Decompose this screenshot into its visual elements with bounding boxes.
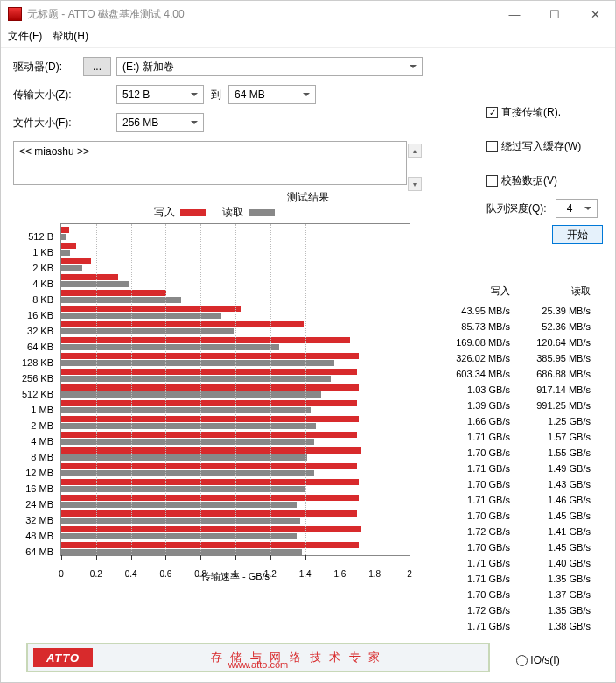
- write-bar: [61, 337, 350, 343]
- ios-label: IO/s(I): [530, 654, 559, 666]
- table-row: 1.70 GB/s1.43 GB/s: [430, 476, 591, 492]
- transfer-size-from-select[interactable]: 512 B: [116, 85, 204, 104]
- write-bar: [61, 290, 166, 296]
- write-bar: [61, 306, 241, 312]
- start-button[interactable]: 开始: [552, 225, 603, 244]
- write-cell: 1.70 GB/s: [430, 476, 510, 492]
- close-button[interactable]: ✕: [575, 1, 615, 27]
- read-cell: 385.95 MB/s: [510, 350, 591, 366]
- bar-chart: 00.20.40.60.811.21.41.61.82 传输速率 - GB/s: [60, 223, 410, 556]
- write-cell: 1.70 GB/s: [430, 539, 510, 555]
- table-row: 169.08 MB/s120.64 MB/s: [430, 334, 591, 350]
- transfer-size-to-select[interactable]: 64 MB: [228, 85, 316, 104]
- write-cell: 1.72 GB/s: [430, 524, 510, 539]
- write-bar: [61, 432, 357, 438]
- table-row: 1.03 GB/s917.14 MB/s: [430, 382, 591, 398]
- read-swatch-icon: [248, 209, 275, 216]
- bypass-cache-checkbox[interactable]: 绕过写入缓存(W): [486, 139, 581, 154]
- drive-select[interactable]: (E:) 新加卷: [116, 57, 423, 76]
- menu-help[interactable]: 帮助(H): [52, 29, 88, 44]
- queue-depth-label: 队列深度(Q):: [486, 201, 547, 216]
- write-bar: [61, 274, 118, 280]
- table-row: 1.39 GB/s991.25 MB/s: [430, 398, 591, 413]
- y-tick-label: 64 KB: [13, 339, 57, 355]
- table-row: 326.02 MB/s385.95 MB/s: [430, 350, 591, 366]
- queue-depth-select[interactable]: 4: [556, 199, 598, 218]
- to-label: 到: [204, 88, 228, 102]
- write-cell: 169.08 MB/s: [430, 334, 510, 350]
- table-row: 1.70 GB/s1.37 GB/s: [430, 587, 591, 602]
- checkbox-icon: ✓: [486, 107, 498, 118]
- read-cell: 25.39 MB/s: [510, 303, 591, 319]
- description-box[interactable]: << miaoshu >> ▴ ▾: [13, 141, 407, 185]
- y-axis-labels: 512 B1 KB2 KB4 KB8 KB16 KB32 KB64 KB128 …: [13, 223, 57, 560]
- tsize-from-value: 512 B: [122, 88, 150, 101]
- legend-write-label: 写入: [154, 205, 175, 220]
- table-row: 1.72 GB/s1.41 GB/s: [430, 524, 591, 539]
- chart-legend: 写入 读取: [13, 205, 416, 220]
- write-bar: [61, 542, 359, 548]
- read-bar: [61, 265, 82, 271]
- read-cell: 991.25 MB/s: [510, 398, 591, 413]
- y-tick-label: 1 KB: [13, 244, 57, 260]
- footer-url: www.atto.com: [228, 659, 288, 670]
- bypass-cache-label: 绕过写入缓存(W): [501, 139, 581, 154]
- read-bar: [61, 407, 311, 413]
- read-cell: 1.38 GB/s: [510, 618, 591, 634]
- read-column-header: 读取: [510, 285, 591, 298]
- write-cell: 1.66 GB/s: [430, 413, 510, 429]
- write-cell: 1.71 GB/s: [430, 429, 510, 445]
- verify-checkbox[interactable]: 校验数据(V): [486, 173, 581, 188]
- table-row: 85.73 MB/s52.36 MB/s: [430, 319, 591, 334]
- y-tick-label: 32 MB: [13, 512, 57, 528]
- read-bar: [61, 423, 316, 429]
- write-bar: [61, 495, 359, 501]
- y-tick-label: 1 MB: [13, 402, 57, 418]
- menubar: 文件(F) 帮助(H): [1, 27, 615, 48]
- write-cell: 1.71 GB/s: [430, 618, 510, 634]
- browse-button[interactable]: ...: [83, 57, 111, 76]
- read-bar: [61, 313, 221, 319]
- read-bar: [61, 344, 279, 350]
- table-row: 43.95 MB/s25.39 MB/s: [430, 303, 591, 319]
- scroll-up-icon[interactable]: ▴: [408, 144, 422, 158]
- read-bar: [61, 376, 331, 382]
- maximize-button[interactable]: ☐: [535, 1, 575, 27]
- write-bar: [61, 526, 360, 532]
- write-column-header: 写入: [430, 285, 510, 298]
- ios-radio[interactable]: IO/s(I): [516, 654, 559, 666]
- write-cell: 85.73 MB/s: [430, 319, 510, 334]
- read-bar: [61, 486, 305, 492]
- legend-write: 写入: [154, 205, 206, 220]
- results-table: 写入 读取 43.95 MB/s25.39 MB/s85.73 MB/s52.3…: [430, 285, 591, 634]
- table-row: 1.70 GB/s1.45 GB/s: [430, 508, 591, 524]
- write-cell: 1.03 GB/s: [430, 382, 510, 398]
- description-text: << miaoshu >>: [19, 145, 89, 158]
- scroll-down-icon[interactable]: ▾: [408, 177, 422, 191]
- write-cell: 1.71 GB/s: [430, 571, 510, 587]
- y-tick-label: 48 MB: [13, 528, 57, 544]
- table-row: 1.71 GB/s1.40 GB/s: [430, 555, 591, 571]
- y-tick-label: 128 KB: [13, 355, 57, 370]
- write-bar: [61, 447, 360, 454]
- file-size-select[interactable]: 256 MB: [116, 113, 204, 132]
- write-bar: [61, 416, 359, 422]
- read-bar: [61, 328, 234, 334]
- table-row: 603.34 MB/s686.88 MB/s: [430, 366, 591, 382]
- direct-io-checkbox[interactable]: ✓ 直接传输(R).: [486, 105, 581, 120]
- write-bar: [61, 321, 304, 327]
- write-bar: [61, 369, 357, 375]
- y-tick-label: 2 KB: [13, 260, 57, 276]
- table-row: 1.70 GB/s1.55 GB/s: [430, 445, 591, 461]
- menu-file[interactable]: 文件(F): [8, 29, 42, 44]
- write-cell: 1.39 GB/s: [430, 398, 510, 413]
- app-icon: [8, 7, 22, 21]
- read-cell: 1.46 GB/s: [510, 492, 591, 508]
- table-row: 1.71 GB/s1.46 GB/s: [430, 492, 591, 508]
- write-cell: 1.70 GB/s: [430, 445, 510, 461]
- minimize-button[interactable]: —: [494, 1, 535, 27]
- write-bar: [61, 384, 359, 391]
- y-tick-label: 4 MB: [13, 433, 57, 449]
- read-bar: [61, 470, 314, 476]
- verify-label: 校验数据(V): [501, 173, 557, 188]
